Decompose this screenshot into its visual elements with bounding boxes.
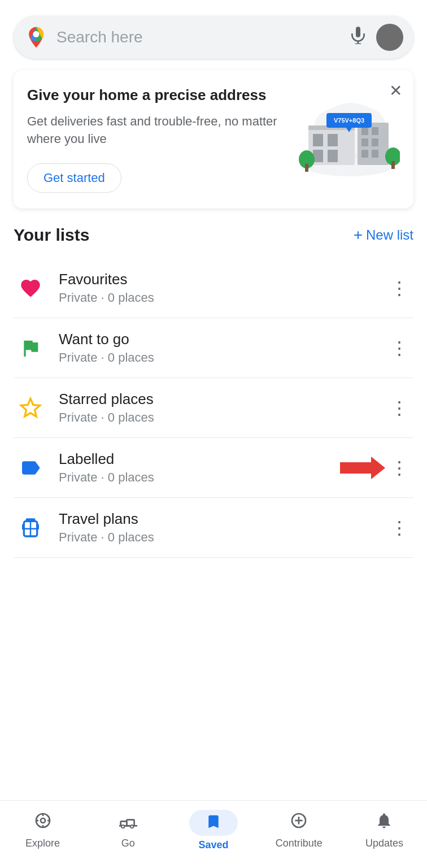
travel-plans-meta: Private · 0 places: [59, 530, 386, 545]
contribute-icon: [290, 811, 308, 834]
nav-item-explore[interactable]: Explore: [0, 811, 85, 849]
want-to-go-icon: [14, 331, 47, 365]
favourites-meta: Private · 0 places: [59, 290, 386, 305]
promo-card: Give your home a precise address Get del…: [14, 70, 413, 209]
bottom-navigation: Explore Go Saved: [0, 800, 427, 868]
maps-logo-icon: [24, 25, 49, 50]
want-to-go-more-button[interactable]: ⋮: [386, 333, 413, 363]
travel-plans-more-button[interactable]: ⋮: [386, 513, 413, 543]
svg-marker-22: [340, 457, 385, 479]
lists-title: Your lists: [14, 225, 89, 245]
red-arrow-indicator: [340, 457, 385, 479]
updates-label: Updates: [365, 837, 403, 849]
list-item-labelled[interactable]: Labelled Private · 0 places ⋮: [14, 438, 413, 498]
plus-icon: +: [354, 226, 363, 244]
want-to-go-meta: Private · 0 places: [59, 350, 386, 365]
nav-item-contribute[interactable]: Contribute: [256, 811, 342, 849]
want-to-go-name: Want to go: [59, 331, 386, 348]
svg-rect-6: [372, 138, 378, 146]
search-bar[interactable]: Search here: [14, 16, 413, 59]
list-item-travel-plans[interactable]: Travel plans Private · 0 places ⋮: [14, 498, 413, 558]
updates-icon: [375, 811, 393, 834]
get-started-button[interactable]: Get started: [27, 163, 121, 193]
svg-rect-5: [361, 138, 368, 146]
svg-point-0: [33, 31, 40, 37]
promo-close-button[interactable]: ✕: [389, 81, 402, 100]
promo-title: Give your home a precise address: [27, 86, 293, 105]
new-list-label: New list: [366, 227, 413, 243]
explore-icon: [34, 811, 52, 834]
labelled-info: Labelled Private · 0 places: [59, 450, 386, 485]
svg-rect-7: [361, 150, 368, 158]
svg-rect-3: [361, 127, 368, 135]
svg-point-30: [41, 818, 45, 823]
travel-plans-name: Travel plans: [59, 510, 386, 528]
favourites-more-button[interactable]: ⋮: [386, 273, 413, 303]
labelled-name: Labelled: [59, 450, 386, 468]
contribute-label: Contribute: [276, 837, 323, 849]
saved-icon-bg: [189, 810, 238, 836]
new-list-button[interactable]: + New list: [354, 226, 413, 244]
list-item-favourites[interactable]: Favourites Private · 0 places ⋮: [14, 258, 413, 318]
microphone-icon[interactable]: [349, 26, 367, 49]
svg-rect-16: [305, 164, 308, 172]
svg-rect-18: [391, 161, 395, 169]
svg-rect-8: [372, 150, 378, 158]
explore-label: Explore: [25, 837, 60, 849]
travel-plans-icon: [14, 511, 47, 545]
starred-places-icon: [14, 391, 47, 425]
want-to-go-info: Want to go Private · 0 places: [59, 331, 386, 365]
starred-places-info: Starred places Private · 0 places: [59, 390, 386, 425]
svg-point-38: [121, 825, 124, 828]
search-placeholder: Search here: [56, 28, 349, 46]
promo-illustration: V75V+8Q3: [298, 92, 400, 184]
promo-content: Give your home a precise address Get del…: [27, 86, 293, 193]
svg-text:V75V+8Q3: V75V+8Q3: [334, 117, 364, 124]
svg-rect-4: [372, 127, 378, 135]
labelled-icon: [14, 451, 47, 485]
nav-item-saved[interactable]: Saved: [171, 810, 256, 851]
list-item-want-to-go[interactable]: Want to go Private · 0 places ⋮: [14, 318, 413, 378]
svg-rect-13: [328, 150, 338, 162]
nav-item-updates[interactable]: Updates: [342, 811, 427, 849]
travel-plans-info: Travel plans Private · 0 places: [59, 510, 386, 545]
lists-section: Your lists + New list Favourites Private…: [0, 225, 427, 558]
list-item-starred-places[interactable]: Starred places Private · 0 places ⋮: [14, 378, 413, 438]
user-avatar[interactable]: [376, 24, 403, 51]
labelled-more-button[interactable]: ⋮: [386, 453, 413, 483]
starred-places-more-button[interactable]: ⋮: [386, 393, 413, 423]
favourites-icon: [14, 271, 47, 305]
favourites-name: Favourites: [59, 271, 386, 288]
svg-rect-10: [313, 134, 323, 146]
nav-item-go[interactable]: Go: [85, 811, 171, 849]
labelled-meta: Private · 0 places: [59, 470, 386, 485]
svg-rect-11: [328, 134, 338, 146]
starred-places-name: Starred places: [59, 390, 386, 408]
svg-point-39: [130, 825, 133, 828]
go-icon: [119, 811, 137, 834]
go-label: Go: [121, 837, 135, 849]
svg-rect-27: [22, 524, 24, 530]
favourites-info: Favourites Private · 0 places: [59, 271, 386, 305]
saved-label: Saved: [198, 839, 228, 851]
lists-header: Your lists + New list: [14, 225, 413, 245]
svg-rect-28: [37, 524, 39, 530]
promo-description: Get deliveries fast and trouble-free, no…: [27, 113, 293, 148]
starred-places-meta: Private · 0 places: [59, 410, 386, 425]
